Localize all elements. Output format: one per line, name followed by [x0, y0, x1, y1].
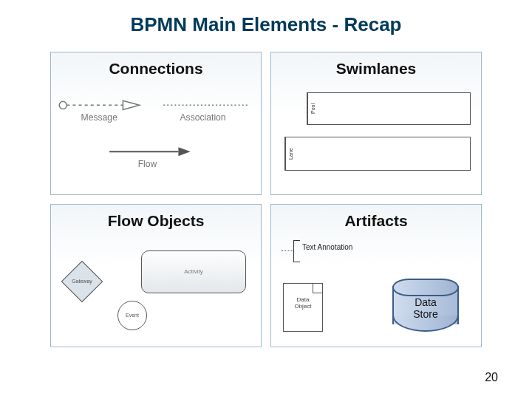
panel-swimlanes: Swimlanes Pool Lane: [270, 52, 482, 195]
panel-artifacts-body: Text Annotation Data Object Data Store: [271, 237, 481, 347]
swimlane-pool: Pool: [307, 92, 471, 125]
panel-artifacts-title: Artifacts: [271, 212, 481, 230]
swimlane-lane-label: Lane: [285, 137, 296, 170]
data-store-label: Data Store: [392, 296, 459, 320]
gateway-icon: Gateway: [61, 261, 103, 303]
connections-diagram: Message Association Flow: [51, 85, 261, 194]
panel-connections: Connections Message Association Flow: [50, 52, 262, 195]
data-object-label-1: Data: [297, 296, 310, 303]
svg-marker-7: [178, 147, 190, 156]
event-label: Event: [126, 313, 139, 318]
panel-swimlanes-title: Swimlanes: [271, 60, 481, 78]
panel-connections-body: Message Association Flow Message Associa…: [51, 85, 261, 194]
annotation-bracket-icon: [293, 240, 300, 262]
page-number: 20: [485, 371, 498, 384]
swimlane-pool-label: Pool: [307, 93, 318, 124]
panel-flow-objects: Flow Objects Gateway Event Activity: [50, 204, 262, 347]
slide: BPMN Main Elements - Recap Connections M…: [0, 0, 532, 399]
svg-text:Message: Message: [81, 112, 118, 123]
svg-point-0: [59, 101, 66, 109]
panel-swimlanes-body: Pool Lane: [271, 85, 481, 194]
activity-icon: Activity: [141, 250, 246, 293]
swimlane-lane: Lane: [284, 137, 471, 171]
activity-label: Activity: [184, 268, 202, 275]
panel-artifacts: Artifacts Text Annotation Data Object Da…: [270, 204, 482, 347]
data-object-icon: Data Object: [283, 283, 323, 332]
panel-connections-title: Connections: [51, 60, 261, 78]
data-store-icon: Data Store: [392, 279, 459, 332]
text-annotation-label: Text Annotation: [302, 243, 352, 251]
panel-flow-objects-title: Flow Objects: [51, 212, 261, 230]
svg-text:Association: Association: [180, 112, 225, 123]
data-object-label-2: Object: [294, 303, 311, 310]
svg-text:Flow: Flow: [138, 159, 157, 169]
gateway-label: Gateway: [68, 267, 96, 296]
annotation-connector: [282, 250, 293, 251]
panel-flow-objects-body: Gateway Event Activity: [51, 237, 261, 347]
svg-marker-2: [123, 100, 139, 109]
event-icon: Event: [117, 301, 147, 330]
slide-title: BPMN Main Elements - Recap: [0, 13, 532, 36]
panel-grid: Connections Message Association Flow: [50, 52, 482, 347]
